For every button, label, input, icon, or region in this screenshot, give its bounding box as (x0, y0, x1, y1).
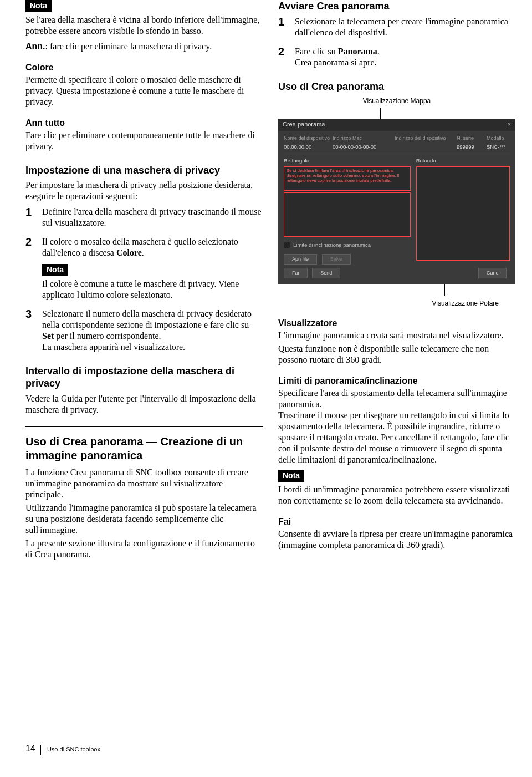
step-2: 2 Il colore o mosaico della maschera è q… (25, 236, 263, 301)
visual-p1: L'immagine panoramica creata sarà mostra… (278, 330, 515, 341)
visualizzatore-heading: Visualizzatore (278, 318, 515, 329)
rettangolo-label: Rettangolo (284, 158, 411, 164)
caption-polare: Visualizzazione Polare (278, 299, 515, 308)
step-num-2: 2 (25, 235, 32, 249)
fai-text: Consente di avviare la ripresa per crear… (278, 529, 515, 551)
step-num-3: 3 (25, 307, 32, 321)
th-addr: Indirizzo del dispositivo (395, 135, 456, 141)
caption-mappa: Visualizzazione Mappa (278, 97, 515, 105)
red-warning-text: Se si desidera limitare l'area di inclin… (284, 166, 411, 191)
th-model: Modello (487, 135, 513, 141)
step3-text-d: La maschera apparirà nel visualizzatore. (42, 342, 263, 353)
dialog-title: Crea panorama (283, 121, 325, 129)
page-footer: 14 Uso di SNC toolbox (25, 743, 515, 755)
send-button[interactable]: Send (312, 268, 340, 278)
leader-line-top (380, 108, 381, 119)
nota-tag-2: Nota (42, 264, 68, 276)
rstep2-a: Fare clic su (295, 47, 338, 56)
step-1: 1 Definire l'area della maschera di priv… (25, 206, 263, 228)
uso-p2: Utilizzando l'immagine panoramica si può… (25, 502, 263, 536)
td-mac: 00-00-00-00-00-00 (332, 144, 393, 150)
close-icon[interactable]: × (508, 121, 511, 129)
impostazione-heading: Impostazione di una maschera di privacy (25, 164, 263, 177)
limiti-text: Specificare l'area di spostamento della … (278, 388, 515, 465)
intervallo-heading: Intervallo di impostazione della mascher… (25, 365, 263, 390)
rstep-1: 1 Selezionare la telecamera per creare l… (278, 16, 515, 38)
uso-p1: La funzione Crea panorama di SNC toolbox… (25, 467, 263, 500)
leader-line-bot (444, 284, 445, 296)
fai-heading: Fai (278, 516, 515, 527)
th-serial: N. serie (457, 135, 485, 141)
footer-divider (40, 745, 41, 755)
crea-panorama-dialog[interactable]: Crea panorama × Nome del dispositivo Ind… (278, 119, 515, 284)
red-rect-area[interactable] (284, 192, 411, 237)
th-mac: Indirizzo Mac (332, 135, 393, 141)
rstep1-text: Selezionare la telecamera per creare l'i… (295, 17, 508, 37)
nota2-text: Il colore è comune a tutte le maschere d… (42, 278, 263, 301)
rettangolo-viewer[interactable]: Se si desidera limitare l'area di inclin… (284, 166, 411, 236)
page-number: 14 (25, 744, 35, 753)
step2-bold: Colore (116, 248, 142, 257)
step1-text: Definire l'area della maschera di privac… (42, 207, 262, 227)
rstep2-b: Panorama (338, 47, 377, 56)
step3-text-a: Selezionare il numero della maschera di … (42, 309, 252, 329)
table-row[interactable]: 00.00.00.00 00-00-00-00-00-00 999999 SNC… (284, 144, 510, 153)
rstep-num-2: 2 (278, 45, 284, 59)
th-name: Nome del dispositivo (284, 135, 331, 141)
checkbox-icon[interactable] (284, 242, 290, 248)
step3-text-c: per il numero corrispondente. (54, 331, 161, 341)
limiti-heading: Limiti di panoramica/inclinazione (278, 375, 515, 387)
ann-label: Ann. (25, 42, 45, 51)
td-serial: 999999 (457, 144, 485, 150)
table-header: Nome del dispositivo Indirizzo Mac Indir… (284, 135, 510, 141)
anntutto-text: Fare clic per eliminare contemporaneamen… (25, 130, 263, 152)
step-num-1: 1 (25, 205, 32, 219)
colore-text: Permette di specificare il colore o mosa… (25, 74, 263, 108)
uso-crea-panorama-heading: Uso di Crea panorama — Creazione di un i… (25, 426, 263, 463)
rstep2-d: Crea panorama si apre. (295, 57, 515, 68)
rstep-num-1: 1 (278, 15, 284, 29)
anntutto-heading: Ann tutto (25, 118, 263, 129)
salva-button[interactable]: Salva (322, 254, 351, 265)
nota1-text: Se l'area della maschera è vicina al bor… (25, 14, 263, 37)
intervallo-text: Vedere la Guida per l'utente per l'inter… (25, 393, 263, 415)
visual-p2: Questa funzione non è disponibile sulle … (278, 343, 515, 365)
uso-p3: La presente sezione illustra la configur… (25, 538, 263, 560)
ann-text: : fare clic per eliminare la maschera di… (45, 42, 212, 51)
dialog-figure: Visualizzazione Mappa Crea panorama × No… (278, 97, 515, 308)
impostazione-intro: Per impostare la maschera di privacy nel… (25, 180, 263, 202)
nota-tag-3: Nota (278, 470, 304, 482)
td-model: SNC-*** (487, 144, 513, 150)
step2-text-c: . (142, 248, 144, 257)
td-addr (395, 144, 456, 150)
rotondo-viewer[interactable] (416, 166, 510, 261)
nota-tag: Nota (25, 0, 52, 12)
apri-file-button[interactable]: Apri file (284, 254, 317, 265)
rstep2-c: . (377, 47, 380, 56)
limit-checkbox-label: Limite di inclinazione panoramica (293, 242, 371, 248)
uso-di-crea-heading: Uso di Crea panorama (278, 80, 515, 93)
colore-heading: Colore (25, 62, 263, 73)
fai-button[interactable]: Fai (284, 268, 308, 278)
canc-button[interactable]: Canc (478, 268, 507, 278)
step3-bold: Set (42, 331, 54, 341)
step-3: 3 Selezionare il numero della maschera d… (25, 308, 263, 353)
rstep-2: 2 Fare clic su Panorama. Crea panorama s… (278, 46, 515, 68)
td-name: 00.00.00.00 (284, 144, 331, 150)
avviare-heading: Avviare Crea panorama (278, 0, 515, 13)
limit-checkbox-row[interactable]: Limite di inclinazione panoramica (284, 242, 411, 248)
nota3-text: I bordi di un'immagine panoramica potreb… (278, 484, 515, 506)
footer-text: Uso di SNC toolbox (47, 746, 100, 753)
rotondo-label: Rotondo (416, 158, 510, 164)
ann-line: Ann.: fare clic per eliminare la mascher… (25, 41, 263, 52)
